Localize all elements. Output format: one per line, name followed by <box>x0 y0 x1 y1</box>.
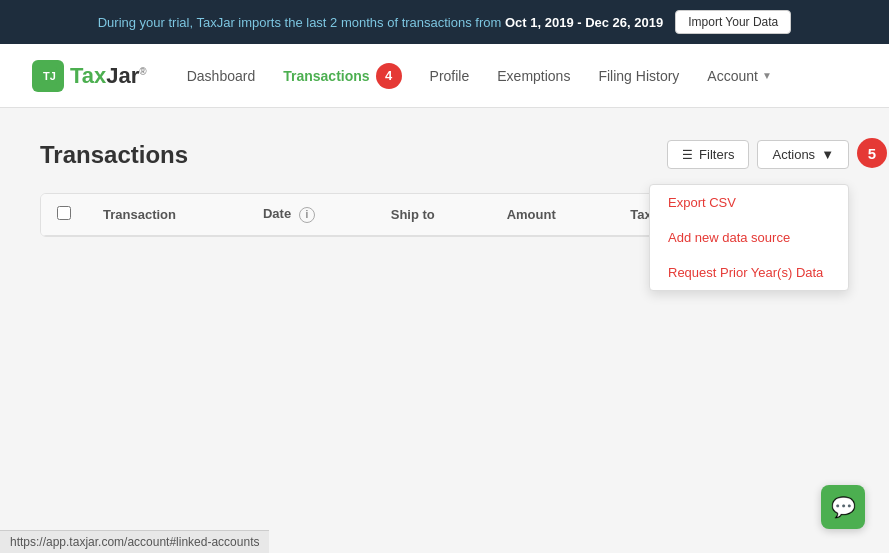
nav-item-account[interactable]: Account ▼ <box>707 64 772 88</box>
svg-text:TJ: TJ <box>43 70 56 82</box>
nav-item-dashboard[interactable]: Dashboard <box>187 64 256 88</box>
page-title: Transactions <box>40 141 188 169</box>
main-content: Transactions ☰ Filters Actions ▼ Export … <box>0 108 889 508</box>
nav-item-exemptions[interactable]: Exemptions <box>497 64 570 88</box>
export-csv-item[interactable]: Export CSV <box>650 185 848 220</box>
trial-banner: During your trial, TaxJar imports the la… <box>0 0 889 44</box>
trial-banner-text: During your trial, TaxJar imports the la… <box>98 15 664 30</box>
select-all-checkbox[interactable] <box>57 206 71 220</box>
logo-icon: TJ <box>32 60 64 92</box>
step5-badge: 5 <box>857 138 887 168</box>
amount-header: Amount <box>491 194 615 236</box>
actions-container: Actions ▼ Export CSV Add new data source… <box>757 140 849 169</box>
transaction-header: Transaction <box>87 194 247 236</box>
nav-item-transactions[interactable]: Transactions 4 <box>283 59 401 93</box>
main-nav: Dashboard Transactions 4 Profile Exempti… <box>187 59 857 93</box>
page-header: Transactions ☰ Filters Actions ▼ Export … <box>40 140 849 169</box>
step4-badge: 4 <box>376 63 402 89</box>
filters-button[interactable]: ☰ Filters <box>667 140 749 169</box>
add-new-source-item[interactable]: Add new data source <box>650 220 848 255</box>
date-header: Date i <box>247 194 375 236</box>
account-caret-icon: ▼ <box>762 70 772 81</box>
chat-icon: 💬 <box>831 495 856 508</box>
ship-to-header: Ship to <box>375 194 491 236</box>
filter-icon: ☰ <box>682 148 693 162</box>
actions-button[interactable]: Actions ▼ <box>757 140 849 169</box>
toolbar: ☰ Filters Actions ▼ Export CSV Add new d… <box>667 140 849 169</box>
request-prior-years-item[interactable]: Request Prior Year(s) Data <box>650 255 848 290</box>
logo[interactable]: TJ TaxJar® <box>32 60 147 92</box>
nav-item-profile[interactable]: Profile <box>430 64 470 88</box>
checkbox-header <box>41 194 87 236</box>
actions-caret-icon: ▼ <box>821 147 834 162</box>
date-info-icon[interactable]: i <box>299 207 315 223</box>
chat-button[interactable]: 💬 <box>821 485 865 508</box>
logo-text: TaxJar® <box>70 63 147 89</box>
nav-item-filing-history[interactable]: Filing History <box>598 64 679 88</box>
actions-dropdown: Export CSV Add new data source Request P… <box>649 184 849 291</box>
header: TJ TaxJar® Dashboard Transactions 4 Prof… <box>0 44 889 108</box>
import-data-button[interactable]: Import Your Data <box>675 10 791 34</box>
